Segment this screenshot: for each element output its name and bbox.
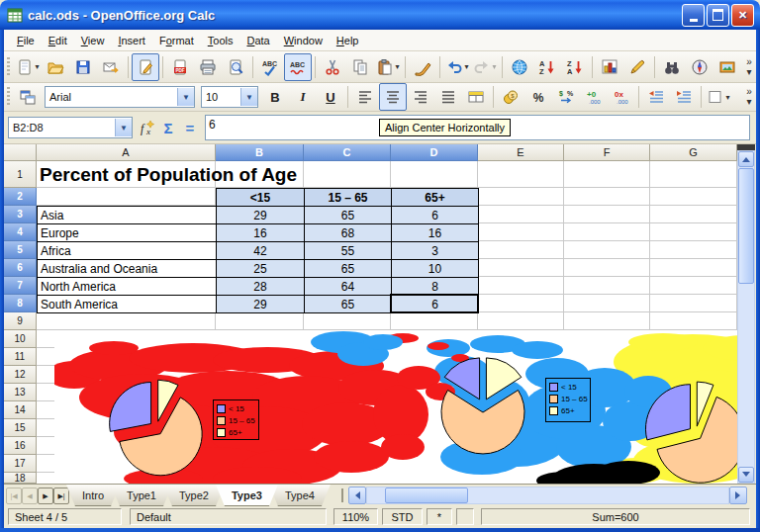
cell-c2[interactable]: 15 – 65 [305, 189, 392, 207]
cell-b2[interactable]: <15 [217, 189, 305, 207]
cell-c7[interactable]: 64 [305, 278, 392, 296]
menu-item-insert[interactable]: Insert [111, 32, 152, 49]
row-header-18[interactable]: 18 [4, 473, 37, 484]
select-all-corner[interactable] [4, 144, 37, 161]
row-header-4[interactable]: 4 [4, 223, 37, 241]
world-map-chart-object[interactable] [54, 330, 737, 484]
add-decimal-button[interactable]: +0.000 [580, 83, 608, 111]
row-header-12[interactable]: 12 [4, 366, 37, 384]
cell-c6[interactable]: 65 [305, 260, 392, 278]
format-standard-button[interactable]: $% [552, 83, 580, 111]
vertical-scroll-thumb[interactable] [738, 168, 754, 284]
edit-file-button[interactable] [132, 53, 159, 81]
active-cell-border-d8[interactable] [390, 294, 479, 313]
spellcheck-button[interactable]: ABC [256, 53, 284, 81]
decrease-indent-button[interactable] [642, 83, 670, 111]
menu-item-window[interactable]: Window [277, 32, 330, 49]
cell-b5[interactable]: 42 [217, 242, 305, 260]
navigator-button[interactable] [686, 53, 713, 81]
row-header-6[interactable]: 6 [4, 259, 37, 277]
new-button[interactable]: ▾ [14, 53, 42, 81]
row-header-15[interactable]: 15 [4, 419, 37, 437]
currency-button[interactable]: $ [497, 83, 524, 111]
row-header-7[interactable]: 7 [4, 277, 37, 295]
increase-indent-button[interactable] [670, 83, 698, 111]
status-page-style[interactable]: Default [130, 508, 327, 525]
column-header-f[interactable]: F [564, 144, 650, 161]
menu-item-view[interactable]: View [74, 32, 112, 49]
cell-d2[interactable]: 65+ [392, 189, 479, 207]
cell-b7[interactable]: 28 [217, 278, 305, 296]
status-zoom[interactable]: 110% [333, 508, 378, 525]
column-header-e[interactable]: E [478, 144, 564, 161]
undo-button[interactable]: ▾ [443, 53, 471, 81]
cell-a1-title[interactable]: Percent of Population of Age [40, 164, 297, 187]
cut-button[interactable] [319, 53, 346, 81]
column-header-d[interactable]: D [391, 144, 478, 161]
delete-decimal-button[interactable]: 0x.000 [608, 83, 635, 111]
last-sheet-button[interactable]: ▶| [53, 488, 69, 504]
status-sheet-position[interactable]: Sheet 4 / 5 [8, 508, 122, 525]
italic-button[interactable]: I [289, 83, 317, 111]
minimize-button[interactable] [682, 4, 705, 27]
gallery-button[interactable] [713, 53, 741, 81]
align-right-button[interactable] [407, 83, 434, 111]
column-header-g[interactable]: G [650, 144, 737, 161]
cell-c3[interactable]: 65 [305, 207, 392, 224]
horizontal-scroll-thumb[interactable] [385, 488, 468, 503]
scroll-left-button[interactable] [348, 487, 366, 504]
merge-cells-button[interactable] [462, 83, 490, 111]
scroll-right-button[interactable] [729, 487, 747, 504]
underline-button[interactable]: U [317, 83, 344, 111]
save-button[interactable] [69, 53, 97, 81]
cell-d6[interactable]: 10 [392, 260, 479, 278]
open-button[interactable] [42, 53, 69, 81]
row-header-17[interactable]: 17 [4, 455, 37, 473]
export-pdf-button[interactable]: PDF [166, 53, 194, 81]
redo-button[interactable]: ▾ [471, 53, 499, 81]
align-center-button[interactable] [379, 83, 407, 111]
scroll-up-button[interactable] [738, 151, 754, 167]
function-wizard-button[interactable]: fx [136, 117, 157, 138]
cell-b8[interactable]: 29 [217, 296, 305, 313]
cell-c8[interactable]: 65 [305, 296, 392, 313]
chevron-down-icon[interactable]: ▼ [240, 88, 257, 106]
menu-item-tools[interactable]: Tools [201, 32, 240, 49]
toolbar-grip[interactable] [7, 87, 10, 107]
sum-button[interactable]: Σ [157, 117, 179, 138]
sheet-tab-type4[interactable]: Type4 [269, 485, 331, 506]
close-button[interactable]: ✕ [731, 4, 754, 27]
cell-a6[interactable]: Australia and Oceania [38, 260, 217, 278]
sheet-tab-type2[interactable]: Type2 [163, 485, 225, 506]
cell-a4[interactable]: Europe [38, 224, 217, 242]
row-header-1[interactable]: 1 [4, 161, 37, 188]
format-paintbrush-button[interactable] [409, 53, 436, 81]
cell-c4[interactable]: 68 [305, 224, 392, 242]
menu-item-help[interactable]: Help [330, 32, 366, 49]
vertical-scrollbar[interactable] [737, 150, 755, 484]
align-left-button[interactable] [351, 83, 379, 111]
find-replace-button[interactable] [658, 53, 686, 81]
toolbar-overflow-button[interactable]: »▾ [742, 87, 756, 107]
row-header-14[interactable]: 14 [4, 401, 37, 419]
horizontal-scrollbar[interactable] [366, 487, 729, 504]
next-sheet-button[interactable]: ▶ [38, 488, 53, 504]
cell-a5[interactable]: Africa [38, 242, 217, 260]
font-name-combo[interactable]: Arial▼ [45, 86, 195, 108]
page-preview-button[interactable] [222, 53, 249, 81]
font-size-combo[interactable]: 10▼ [201, 86, 258, 108]
first-sheet-button[interactable]: |◀ [6, 488, 22, 504]
toolbar-overflow-button[interactable]: »▾ [742, 57, 756, 77]
percent-button[interactable]: % [524, 83, 552, 111]
auto-spellcheck-button[interactable]: ABC [284, 53, 312, 81]
menu-item-data[interactable]: Data [239, 32, 276, 49]
styles-button[interactable] [14, 83, 42, 111]
row-header-8[interactable]: 8 [4, 295, 37, 312]
title-bar[interactable]: calc.ods - OpenOffice.org Calc ✕ [0, 0, 760, 30]
status-sum[interactable]: Sum=600 [481, 508, 750, 525]
copy-button[interactable] [346, 53, 374, 81]
scroll-down-button[interactable] [738, 467, 754, 483]
column-header-b[interactable]: B [216, 144, 304, 161]
justified-button[interactable] [434, 83, 462, 111]
cell-d3[interactable]: 6 [392, 207, 479, 224]
